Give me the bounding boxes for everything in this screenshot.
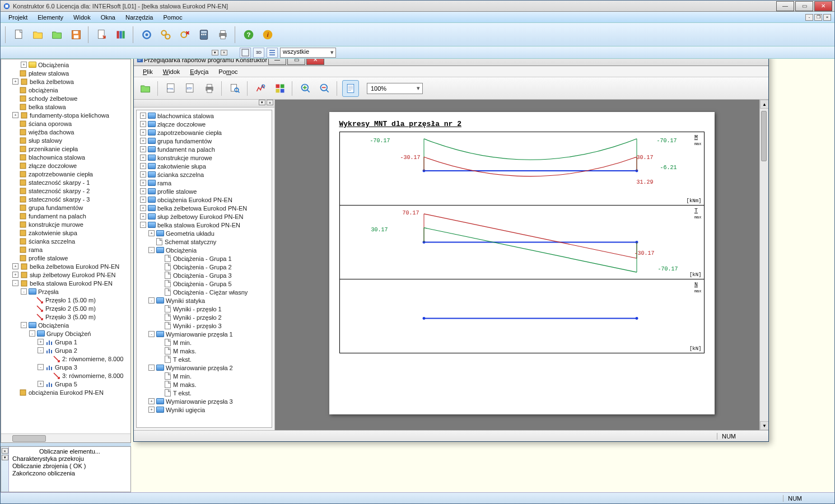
maximize-button[interactable]: ▭ <box>795 1 813 11</box>
tree-item[interactable]: +fundamenty-stopa kielichowa <box>1 111 130 119</box>
tree-item[interactable]: -Wyniki statyka <box>137 296 272 305</box>
tree-toggle[interactable]: + <box>148 398 155 404</box>
tree-item[interactable]: Przęsło 1 (5.00 m) <box>1 296 130 304</box>
tree-toggle[interactable]: + <box>140 180 146 186</box>
view-3d-button[interactable]: 3D <box>253 48 264 58</box>
tree-h-scrollbar[interactable] <box>1 433 130 442</box>
tree-item[interactable]: obciążenia Eurokod PN-EN <box>1 388 130 396</box>
tree-item[interactable]: schody żelbetowe <box>1 94 130 102</box>
tree-item[interactable]: -Grupa 2 <box>1 346 130 354</box>
project-tree[interactable]: +Obciążeniapłatew stalowa+belka żelbetow… <box>1 59 130 433</box>
tree-item[interactable]: +słup żelbetowy Eurokod PN-EN <box>1 270 130 279</box>
tree-toggle[interactable]: + <box>12 112 18 118</box>
tree-toggle[interactable]: - <box>148 331 155 337</box>
tree-item[interactable]: +fundament na palach <box>137 145 272 153</box>
tree-item[interactable]: M min. <box>137 372 272 380</box>
tree-item[interactable]: stateczność skarpy - 1 <box>1 178 130 186</box>
tree-toggle[interactable]: - <box>148 365 155 371</box>
tree-toggle[interactable]: + <box>140 163 146 169</box>
tree-item[interactable]: grupa fundamentów <box>1 203 130 212</box>
tree-toggle[interactable]: + <box>38 339 44 345</box>
tree-item[interactable]: +profile stalowe <box>137 187 272 195</box>
menu-projekt[interactable]: Projekt <box>4 13 32 22</box>
open2-button[interactable] <box>49 26 66 43</box>
books-button[interactable] <box>113 26 129 43</box>
report-close[interactable]: ✕ <box>306 59 324 65</box>
tree-toggle[interactable]: + <box>140 138 146 144</box>
tree-item[interactable]: rama <box>1 245 130 254</box>
tree-item[interactable]: obciążenia <box>1 86 130 94</box>
rep-tree-dropdown[interactable]: ▾ <box>259 100 265 105</box>
report-maximize[interactable]: ▭ <box>287 59 305 65</box>
tree-item[interactable]: stateczność skarpy - 3 <box>1 195 130 203</box>
tree-item[interactable]: +Grupa 1 <box>1 338 130 346</box>
info-button[interactable]: i <box>259 26 276 43</box>
tree-item[interactable]: +konstrukcje murowe <box>137 153 272 162</box>
tree-item[interactable]: +Wymiarowanie przęsła 3 <box>137 397 272 405</box>
tree-item[interactable]: +belka żelbetowa Eurokod PN-EN <box>1 262 130 270</box>
report-menu-plik[interactable]: Plik <box>138 67 157 76</box>
mdi-minimize[interactable]: - <box>805 14 813 21</box>
tree-item[interactable]: -Przęsła <box>1 287 130 296</box>
report-menu-pomoc[interactable]: Pomoc <box>214 67 242 76</box>
menu-elementy[interactable]: Elementy <box>33 13 68 22</box>
find-button[interactable] <box>227 80 244 97</box>
tree-item[interactable]: Wyniki - przęsło 2 <box>137 313 272 321</box>
tree-toggle[interactable]: + <box>12 263 18 269</box>
zoom-combo[interactable]: 100% <box>367 83 423 94</box>
tree-item[interactable]: M maks. <box>137 347 272 355</box>
new-button[interactable] <box>11 26 27 43</box>
tree-item[interactable]: przenikanie ciepła <box>1 144 130 153</box>
open-button[interactable] <box>30 26 46 43</box>
tree-item[interactable]: Obciążenia - Grupa 3 <box>137 271 272 279</box>
tree-item[interactable]: +zakotwienie słupa <box>137 162 272 170</box>
tree-toggle[interactable]: + <box>140 205 146 211</box>
tree-item[interactable]: +rama <box>137 179 272 187</box>
report-page-viewport[interactable]: Wykresy MNT dla przęsła nr 2 <box>275 100 768 430</box>
tree-item[interactable]: Obciążenia - Grupa 2 <box>137 263 272 271</box>
mdi-restore[interactable]: ❐ <box>814 14 822 21</box>
tree-toggle[interactable]: - <box>21 288 27 295</box>
page-export-button[interactable] <box>94 26 110 43</box>
log-close[interactable]: × <box>2 448 8 454</box>
menu-okna[interactable]: Okna <box>96 13 120 22</box>
tree-toggle[interactable]: + <box>140 155 146 161</box>
tree-item[interactable]: +belka żelbetowa <box>1 77 130 86</box>
view-2d-button[interactable] <box>240 48 251 58</box>
tree-item[interactable]: Obciążenia - Ciężar własny <box>137 288 272 296</box>
tree-toggle[interactable]: - <box>140 222 146 228</box>
page-view-button[interactable] <box>342 80 359 97</box>
tree-item[interactable]: M maks. <box>137 380 272 389</box>
help-button[interactable]: ? <box>240 26 257 43</box>
tree-toggle[interactable]: - <box>148 297 155 304</box>
close-button[interactable]: ✕ <box>814 1 832 11</box>
tree-item[interactable]: zapotrzebowanie ciepła <box>1 170 130 178</box>
tree-item[interactable]: stateczność skarpy - 2 <box>1 186 130 195</box>
zoom-chart-button[interactable] <box>253 80 269 97</box>
tree-item[interactable]: ścianka szczelna <box>1 237 130 245</box>
tree-item[interactable]: -Obciążenia <box>1 321 130 329</box>
tree-item[interactable]: T ekst. <box>137 389 272 397</box>
tree-item[interactable]: -Grupy Obciążeń <box>1 329 130 338</box>
minimize-button[interactable]: — <box>776 1 794 11</box>
tree-toggle[interactable]: + <box>140 213 146 220</box>
tree-toggle[interactable]: - <box>38 364 44 370</box>
tree-toggle[interactable]: - <box>148 247 155 253</box>
dock-dropdown[interactable]: ▾ <box>212 50 218 55</box>
report-menu-widok[interactable]: Widok <box>158 67 185 76</box>
tree-item[interactable]: T ekst. <box>137 355 272 363</box>
tree-item[interactable]: Schemat statyczny <box>137 237 272 246</box>
tree-item[interactable]: +Obciążenia <box>1 60 130 69</box>
report-tree[interactable]: +blachownica stalowa+złącze doczołowe+za… <box>137 110 272 415</box>
tree-toggle[interactable]: + <box>140 171 146 178</box>
tree-item[interactable]: +Wyniki ugięcia <box>137 405 272 414</box>
tree-item[interactable]: +zapotrzebowanie ciepła <box>137 128 272 137</box>
tree-item[interactable]: Wyniki - przęsło 1 <box>137 305 272 313</box>
tree-item[interactable]: Obciążenia - Grupa 1 <box>137 254 272 263</box>
log-dropdown[interactable]: ▾ <box>2 455 8 460</box>
tree-toggle[interactable]: + <box>38 381 44 387</box>
tree-item[interactable]: -Grupa 3 <box>1 363 130 371</box>
tree-item[interactable]: M min. <box>137 338 272 347</box>
tree-item[interactable]: ściana oporowa <box>1 119 130 128</box>
tree-item[interactable]: Obciążenia - Grupa 5 <box>137 279 272 288</box>
